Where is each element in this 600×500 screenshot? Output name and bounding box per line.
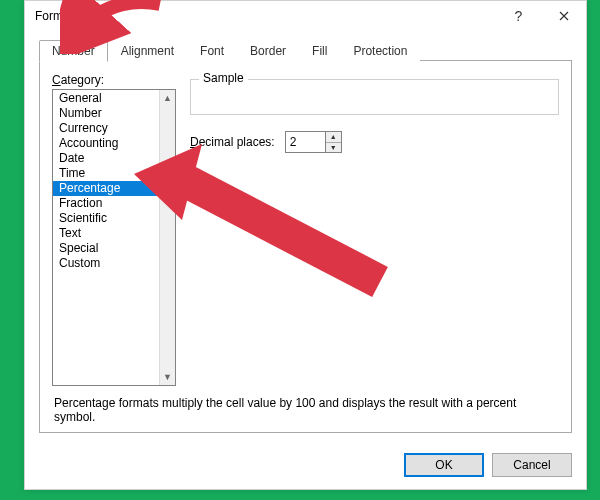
tab-number[interactable]: Number [39, 40, 108, 62]
tab-border[interactable]: Border [237, 40, 299, 62]
category-item-accounting[interactable]: Accounting [53, 136, 159, 151]
category-item-time[interactable]: Time [53, 166, 159, 181]
tabstrip: Number Alignment Font Border Fill Protec… [39, 39, 572, 61]
category-listbox[interactable]: General Number Currency Accounting Date … [52, 89, 176, 386]
dialog-footer: OK Cancel [25, 443, 586, 489]
category-item-date[interactable]: Date [53, 151, 159, 166]
category-item-scientific[interactable]: Scientific [53, 211, 159, 226]
tab-protection[interactable]: Protection [340, 40, 420, 62]
category-item-general[interactable]: General [53, 91, 159, 106]
category-item-number[interactable]: Number [53, 106, 159, 121]
tab-alignment[interactable]: Alignment [108, 40, 187, 62]
tab-fill[interactable]: Fill [299, 40, 340, 62]
decimal-places-label: Decimal places: [190, 135, 275, 149]
spinner-down-button[interactable]: ▼ [326, 143, 341, 153]
decimal-places-input[interactable] [285, 131, 325, 153]
dialog-content: Number Alignment Font Border Fill Protec… [25, 31, 586, 443]
category-scrollbar[interactable]: ▲ ▼ [159, 90, 175, 385]
category-item-fraction[interactable]: Fraction [53, 196, 159, 211]
spinner-up-button[interactable]: ▲ [326, 132, 341, 143]
ok-button[interactable]: OK [404, 453, 484, 477]
tab-font[interactable]: Font [187, 40, 237, 62]
close-icon [559, 11, 569, 21]
sample-label: Sample [199, 71, 248, 85]
titlebar: Format Cells ? [25, 1, 586, 31]
scroll-up-icon[interactable]: ▲ [160, 90, 175, 106]
window-title: Format Cells [35, 9, 496, 23]
category-item-currency[interactable]: Currency [53, 121, 159, 136]
category-item-special[interactable]: Special [53, 241, 159, 256]
category-item-percentage[interactable]: Percentage [53, 181, 159, 196]
tab-panel-number: Category: General Number Currency Accoun… [39, 61, 572, 433]
category-label: Category: [52, 73, 176, 87]
cancel-button[interactable]: Cancel [492, 453, 572, 477]
category-item-custom[interactable]: Custom [53, 256, 159, 271]
category-item-text[interactable]: Text [53, 226, 159, 241]
format-description: Percentage formats multiply the cell val… [52, 396, 559, 424]
help-button[interactable]: ? [496, 1, 541, 31]
close-button[interactable] [541, 1, 586, 31]
sample-group: Sample [190, 79, 559, 115]
scroll-down-icon[interactable]: ▼ [160, 369, 175, 385]
decimal-places-spinner[interactable]: ▲ ▼ [285, 131, 342, 153]
format-cells-dialog: Format Cells ? Number Alignment Font Bor… [24, 0, 587, 490]
